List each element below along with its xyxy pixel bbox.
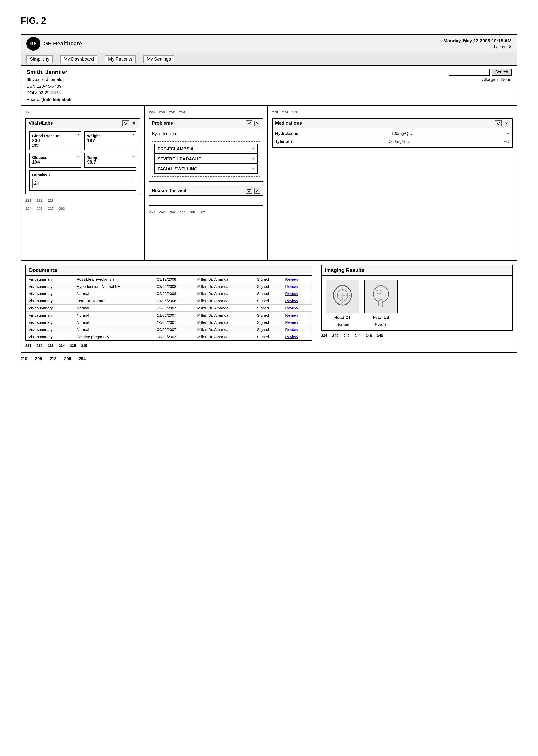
ref-234: 234	[59, 344, 65, 348]
left-column: 220 Vitals/Labs ▽ × × Blood Pressure	[21, 106, 145, 260]
doc-status-2: Signed	[255, 290, 283, 297]
doc-date-4: 12/05/2007	[154, 304, 194, 312]
patient-ssn: SSN:123-45-6789	[27, 84, 72, 89]
ref-229: 229	[149, 110, 155, 114]
search-button[interactable]: Search	[492, 69, 511, 76]
head-ct-thumbnail[interactable]	[326, 280, 359, 313]
bp-close-btn[interactable]: ×	[77, 133, 80, 137]
doc-type-6: Visit summary	[26, 319, 74, 326]
ref-274: 274	[282, 110, 288, 114]
vitals-collapse-btn[interactable]: ▽	[122, 120, 129, 126]
doc-provider-4: Miller, Dr. Amanda	[194, 304, 254, 312]
ref-254: 254	[179, 110, 185, 114]
weight-close-btn[interactable]: ×	[132, 133, 134, 137]
documents-table: Visit summary Possible pre-eclamsia 03/1…	[26, 276, 312, 341]
doc-action-0[interactable]: Review	[283, 276, 312, 283]
head-ct-status: Normal	[336, 322, 349, 326]
table-row: Visit summary Normal 02/25/2008 Miller, …	[26, 290, 312, 297]
problems-list: Hypertension PRE-ECLAMPSIA + SEVERE HEAD…	[149, 128, 263, 181]
doc-date-7: 09/05/2007	[154, 326, 194, 333]
ref-220: 220	[26, 110, 140, 114]
reason-close-btn[interactable]: ×	[254, 188, 260, 194]
doc-desc-3: Fetal US Normal	[74, 297, 154, 304]
ref-260: 260	[149, 210, 155, 214]
tab-patients[interactable]: My Patients	[105, 55, 135, 63]
ref-221: 221	[26, 198, 31, 202]
problems-close-btn[interactable]: ×	[254, 121, 260, 126]
active-problems-panel: PRE-ECLAMPSIA + SEVERE HEADACHE + FACIAL…	[152, 141, 260, 177]
ref-outer-205: 205	[35, 357, 42, 361]
main-frame: GE GE Healthcare Monday, May 12 2008 10:…	[21, 34, 517, 352]
problems-panel: Problems ▽ × Hypertension PRE-ECLAMPSIA	[149, 118, 263, 182]
medications-panel-title: Medications ▽ ×	[273, 119, 512, 128]
ref-242: 242	[344, 334, 350, 338]
doc-action-8[interactable]: Review	[283, 333, 312, 341]
tab-simplicity[interactable]: Simplicity	[27, 55, 53, 63]
doc-status-1: Signed	[255, 283, 283, 290]
ref-280: 280	[189, 210, 195, 214]
doc-desc-1: Hypertension, Normal UA	[74, 283, 154, 290]
ref-236: 236	[321, 334, 327, 338]
doc-date-5: 11/05/2007	[154, 312, 194, 319]
patient-info-right: Search Allergies: None	[449, 69, 511, 82]
table-row: Visit summary Normal 12/05/2007 Miller, …	[26, 304, 312, 312]
ref-row-mid: 229 250 252 254	[149, 110, 263, 114]
top-bar: GE GE Healthcare Monday, May 12 2008 10:…	[21, 35, 517, 53]
fetal-us-thumbnail[interactable]	[364, 280, 398, 313]
head-ct-image	[330, 284, 355, 309]
ref-262: 262	[159, 210, 165, 214]
meds-collapse-btn[interactable]: ▽	[495, 120, 502, 126]
tab-dashboard[interactable]: My Dashboard	[60, 55, 97, 63]
table-row: Visit summary Possible pre-eclamsia 03/1…	[26, 276, 312, 283]
ref-285: 285	[199, 210, 205, 214]
doc-action-1[interactable]: Review	[283, 283, 312, 290]
datetime-label: Monday, May 12 2008 10:15 AM	[444, 38, 511, 44]
ref-row-left: 221 222 223	[26, 198, 140, 202]
documents-panel-title: Documents	[26, 265, 312, 276]
fig-label: FIG. 2	[21, 16, 517, 26]
ref-248: 248	[377, 334, 383, 338]
documents-section: Documents Visit summary Possible pre-ecl…	[21, 261, 317, 352]
facial-swelling-plus-btn[interactable]: +	[251, 166, 255, 172]
svg-point-4	[373, 286, 389, 302]
logout-button[interactable]: Log out X	[494, 45, 512, 49]
imaging-panel-title: Imaging Results	[322, 265, 512, 276]
doc-desc-7: Normal	[74, 326, 154, 333]
search-input[interactable]	[449, 69, 490, 76]
vital-weight: × Weight 197	[84, 131, 136, 150]
doc-status-8: Signed	[255, 333, 283, 341]
doc-type-8: Visit summary	[26, 333, 74, 341]
problems-collapse-btn[interactable]: ▽	[245, 120, 252, 126]
doc-action-3[interactable]: Review	[283, 297, 312, 304]
tab-settings[interactable]: My Settings	[143, 55, 174, 63]
doc-provider-1: Miller, Dr. Amanda	[194, 283, 254, 290]
glucose-close-btn[interactable]: ×	[77, 154, 80, 158]
ref-292: 292	[59, 207, 65, 211]
ref-215: 215	[81, 344, 87, 348]
vital-urinalysis: Urinalysis 2+	[29, 170, 136, 191]
table-row: Visit summary Normal 11/05/2007 Miller, …	[26, 312, 312, 319]
doc-status-7: Signed	[255, 326, 283, 333]
patient-info-left: Smith, Jennifer 35 year old female SSN:1…	[27, 69, 72, 102]
medications-panel: Medications ▽ × Hydralazine 100mg/QID IV	[272, 118, 512, 148]
urinalysis-inner: 2+	[32, 179, 134, 188]
table-row: Visit summary Fetal US Normal 01/05/2008…	[26, 297, 312, 304]
doc-provider-7: Miller, Dr. Amanda	[194, 326, 254, 333]
ge-logo-icon: GE	[27, 37, 40, 51]
docs-table-body: Visit summary Possible pre-eclamsia 03/1…	[26, 276, 312, 341]
meds-close-btn[interactable]: ×	[504, 121, 510, 126]
doc-action-5[interactable]: Review	[283, 312, 312, 319]
doc-date-0: 03/12/2008	[154, 276, 194, 283]
vitals-close-btn[interactable]: ×	[131, 121, 137, 126]
reason-collapse-btn[interactable]: ▽	[245, 188, 252, 194]
pre-eclampsia-plus-btn[interactable]: +	[251, 146, 255, 152]
doc-action-6[interactable]: Review	[283, 319, 312, 326]
hypertension-item: Hypertension	[152, 131, 260, 137]
doc-action-4[interactable]: Review	[283, 304, 312, 312]
doc-action-7[interactable]: Review	[283, 326, 312, 333]
doc-provider-3: Miller, Dr. Amanda	[194, 297, 254, 304]
doc-action-2[interactable]: Review	[283, 290, 312, 297]
temp-close-btn[interactable]: ×	[132, 154, 134, 158]
severe-headache-plus-btn[interactable]: +	[251, 156, 255, 162]
ref-272: 272	[179, 210, 185, 214]
